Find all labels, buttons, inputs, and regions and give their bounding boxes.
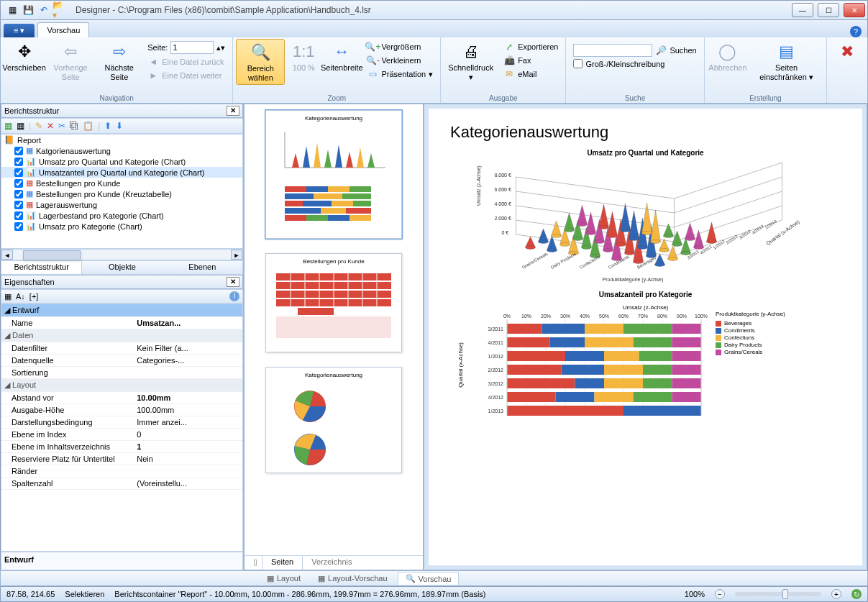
page-number-input[interactable] (170, 41, 214, 54)
bereich-waehlen-button[interactable]: 🔍Bereich wählen (236, 39, 285, 85)
abbrechen-button[interactable]: ◯Abbrechen (708, 39, 748, 74)
schnelldruck-button[interactable]: 🖨Schnelldruck▾ (444, 39, 498, 83)
tree-root[interactable]: 📙 Report (1, 134, 242, 145)
thumb-page-3[interactable]: Kategorienauswertung (265, 367, 402, 473)
move-down-icon[interactable]: ⬇ (116, 121, 123, 131)
druckvorschau-schliessen-button[interactable]: ✖ (830, 39, 864, 65)
tree-item[interactable]: 📊 Umsatzanteil pro Quartal und Kategorie… (1, 167, 242, 178)
zoom-100-button[interactable]: 1:1100 % (286, 39, 321, 74)
tree-item[interactable]: ▦ Katgorienauswertung (1, 145, 242, 156)
seiten-einschraenken-button[interactable]: ▤Seiten einschränken ▾ (749, 39, 823, 83)
preview-area[interactable]: Kategorienauswertung Umsatz pro Quartal … (424, 104, 867, 570)
status-ok-icon[interactable]: ↻ (851, 589, 862, 599)
thumbnail-scroll[interactable]: Kategorienauswertung (245, 104, 423, 555)
property-row[interactable]: DarstellungsbedingungImmer anzei... (1, 416, 242, 429)
property-row[interactable]: ◢ Daten (1, 329, 242, 342)
property-row[interactable]: DatenquelleCategories-... (1, 355, 242, 367)
svg-marker-4 (314, 142, 321, 168)
subtab-objekte[interactable]: Objekte (82, 261, 162, 274)
praesentation-button[interactable]: ▭Präsentation ▾ (365, 68, 434, 81)
subtab-berichtsstruktur[interactable]: Berichtsstruktur (1, 261, 82, 274)
prop-info-icon[interactable]: i (229, 291, 239, 301)
tree-item[interactable]: 📊 Lagerbestand pro Kategorie (Chart) (1, 210, 242, 221)
svg-text:0 €: 0 € (502, 230, 509, 235)
thumb-tab-seiten[interactable]: Seiten (262, 555, 303, 570)
svg-text:4/2012: 4/2012 (751, 224, 765, 235)
open-icon[interactable]: 📂▾ (52, 3, 67, 17)
viewtab-layout-vorschau[interactable]: ▦ Layout-Vorschau (311, 573, 395, 585)
quick-access-toolbar: ▦ 💾 ↶ 📂▾ (1, 3, 71, 17)
tree-item[interactable]: ▦ Lagerauswertung (1, 199, 242, 210)
tree-h-scrollbar[interactable]: ◄► (1, 249, 243, 260)
property-row[interactable]: Ebene im Index0 (1, 429, 242, 441)
add-icon[interactable]: ▦ (4, 121, 12, 131)
datei-weiter-button[interactable]: ►Eine Datei weiter (146, 69, 227, 82)
thumb-page-2[interactable]: Bestellungen pro Kunde (265, 253, 402, 352)
properties-close-button[interactable]: ✕ (227, 277, 239, 287)
exportieren-button[interactable]: ⤤Exportieren (502, 40, 559, 53)
qat-menu-icon[interactable]: ▦ (5, 3, 19, 17)
seitenbreite-button[interactable]: ↔Seitenbreite (322, 39, 361, 74)
property-row[interactable]: Reserviere Platz für UntertitelNein (1, 453, 242, 465)
chart1-title: Umsatz pro Quartal und Kategorie (450, 149, 841, 157)
tree-item[interactable]: ▦ Bestellungen pro Kunde (Kreuztabelle) (1, 188, 242, 199)
property-row[interactable]: Spaltenzahl(Voreinstellu... (1, 478, 242, 490)
prop-cat-icon[interactable]: ▦ (4, 292, 12, 301)
minimize-button[interactable]: — (792, 3, 813, 17)
tree-item[interactable]: 📊 Umsatz pro Kategorie (Chart) (1, 221, 242, 232)
suchen-button[interactable]: Suchen (670, 46, 696, 55)
property-row[interactable]: Ebene im Inhaltsverzeichnis1 (1, 441, 242, 453)
prop-az-icon[interactable]: A↓ (16, 292, 25, 301)
vorherige-seite-button[interactable]: ⇦Vorherige Seite (46, 39, 95, 83)
subtab-ebenen[interactable]: Ebenen (163, 261, 242, 274)
naechste-seite-button[interactable]: ⇨Nächste Seite (96, 39, 142, 83)
maximize-button[interactable]: ☐ (818, 3, 839, 17)
zoom-out-button[interactable]: − (715, 589, 725, 599)
verkleinern-button[interactable]: 🔍-Verkleinern (365, 54, 434, 67)
chart-stacked-bars: 0%10%20%30%40%50%60%70%80%90%100% 3/2011… (471, 311, 708, 419)
save-icon[interactable]: 💾 (21, 3, 35, 17)
file-menu-button[interactable]: ≡ ▾ (4, 24, 35, 37)
report-tree[interactable]: 📙 Report ▦ Katgorienauswertung 📊 Umsatz … (1, 134, 243, 249)
zoom-slider[interactable] (735, 592, 821, 596)
property-row[interactable]: Ausgabe-Höhe100.00mm (1, 404, 242, 416)
property-row[interactable]: Ränder (1, 465, 242, 478)
edit-icon[interactable]: ✎ (35, 121, 42, 131)
close-button[interactable]: ✕ (844, 3, 865, 17)
svg-marker-2 (292, 153, 299, 168)
thumb-page-1[interactable]: Kategorienauswertung (265, 110, 402, 239)
thumb-tab-verzeichnis[interactable]: Verzeichnis (303, 556, 360, 570)
add2-icon[interactable]: ▦ (17, 121, 24, 131)
vergroessern-button[interactable]: 🔍+Vergrößern (365, 40, 434, 53)
verschieben-button[interactable]: ✥Verschieben (4, 39, 45, 74)
delete-icon[interactable]: ✕ (47, 121, 54, 131)
email-button[interactable]: ✉eMail (502, 68, 559, 81)
viewtab-vorschau[interactable]: 🔍 Vorschau (398, 572, 460, 585)
tree-item[interactable]: ▦ Bestellungen pro Kunde (1, 178, 242, 188)
fax-button[interactable]: 📠Fax (502, 54, 559, 67)
paste-icon[interactable]: 📋 (83, 121, 93, 131)
chart2-legend: Produktkategorie (y-Achse) BeveragesCond… (716, 311, 785, 419)
datei-zurueck-button[interactable]: ◄Eine Datei zurück (146, 55, 227, 68)
help-icon[interactable]: ? (850, 26, 862, 37)
undo-icon[interactable]: ↶ (37, 3, 51, 17)
tree-item[interactable]: 📊 Umsatz pro Quartal und Kategorie (Char… (1, 156, 242, 167)
property-row[interactable]: DatenfilterKein Filter (a... (1, 342, 242, 355)
structure-close-button[interactable]: ✕ (227, 106, 239, 116)
prop-expand-icon[interactable]: [+] (29, 292, 39, 301)
property-row[interactable]: Abstand vor10.00mm (1, 392, 242, 404)
property-row[interactable]: Sortierung (1, 367, 242, 379)
property-row[interactable]: ◢ Layout (1, 379, 242, 392)
case-sensitive-checkbox[interactable]: Groß-/Kleinschreibung (572, 58, 698, 69)
copy-icon[interactable]: ⿻ (70, 121, 78, 131)
property-row[interactable]: NameUmsatzan... (1, 317, 242, 329)
search-input[interactable] (573, 44, 652, 57)
viewtab-layout[interactable]: ▦ Layout (260, 573, 308, 585)
tab-vorschau[interactable]: Vorschau (37, 22, 89, 37)
svg-text:50%: 50% (599, 314, 609, 319)
page-stepper[interactable]: ▴▾ (216, 43, 225, 53)
cut-icon[interactable]: ✂ (58, 121, 65, 131)
move-up-icon[interactable]: ⬆ (104, 121, 111, 131)
zoom-in-button[interactable]: + (831, 589, 841, 599)
svg-point-76 (668, 257, 678, 261)
